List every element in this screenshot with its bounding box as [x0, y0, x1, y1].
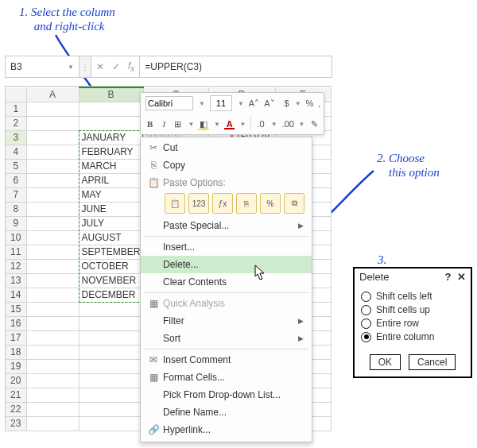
enter-formula-icon[interactable]: ✓ — [112, 61, 120, 72]
row-header[interactable]: 17 — [6, 330, 26, 345]
cell[interactable]: MARCH — [79, 159, 143, 173]
italic-icon[interactable]: I — [160, 119, 169, 129]
formula-input[interactable]: =UPPER(C3) — [140, 56, 332, 77]
cell[interactable] — [26, 359, 79, 373]
border-icon[interactable]: ⊞ — [173, 119, 183, 129]
paste-option-button[interactable]: 123 — [188, 193, 209, 214]
menu-insert-comment[interactable]: ✉ Insert Comment — [141, 351, 312, 369]
row-header[interactable]: 22 — [6, 402, 26, 416]
name-box[interactable]: B3 ▼ — [6, 56, 80, 77]
cell[interactable] — [79, 116, 143, 130]
decrease-decimal-icon[interactable]: .00 — [282, 119, 293, 129]
paste-option-button[interactable]: 📋 — [165, 193, 185, 214]
cell[interactable] — [26, 159, 79, 173]
radio-shift-cells-up[interactable]: Shift cells up — [361, 304, 464, 315]
percent-icon[interactable]: % — [306, 98, 314, 108]
cell[interactable] — [26, 230, 79, 245]
cell[interactable]: AUGUST — [79, 230, 143, 245]
cell[interactable] — [26, 288, 79, 302]
cell[interactable]: DECEMBER — [79, 288, 143, 302]
cell[interactable] — [79, 416, 143, 431]
column-header-b[interactable]: B — [79, 87, 143, 102]
cell[interactable] — [26, 388, 79, 402]
fill-color-icon[interactable]: ◧ — [199, 119, 208, 129]
row-header[interactable]: 10 — [6, 230, 26, 245]
row-header[interactable]: 8 — [6, 202, 26, 216]
menu-sort[interactable]: Sort ▶ — [141, 330, 312, 347]
cell[interactable] — [79, 359, 143, 373]
formula-bar-splitter[interactable]: ⋮ — [80, 56, 91, 77]
font-name-input[interactable] — [145, 96, 193, 110]
cell[interactable] — [26, 102, 79, 116]
row-header[interactable]: 21 — [6, 388, 26, 402]
cell[interactable] — [26, 130, 79, 145]
menu-paste-special[interactable]: Paste Special... ▶ — [141, 217, 312, 234]
cell[interactable]: APRIL — [79, 173, 143, 187]
menu-delete[interactable]: Delete... — [141, 256, 312, 273]
cell[interactable] — [26, 145, 79, 159]
cell[interactable] — [26, 116, 79, 130]
dialog-help-icon[interactable]: ? — [444, 271, 451, 283]
row-header[interactable]: 19 — [6, 359, 26, 373]
comma-icon[interactable]: , — [318, 98, 320, 108]
cell[interactable] — [26, 302, 79, 316]
menu-insert[interactable]: Insert... — [141, 238, 312, 256]
cell[interactable] — [26, 316, 79, 330]
row-header[interactable]: 1 — [6, 102, 26, 116]
cell[interactable]: NOVEMBER — [79, 273, 143, 288]
cell[interactable] — [79, 330, 143, 345]
bold-icon[interactable]: B — [145, 119, 155, 129]
cell[interactable] — [79, 102, 143, 116]
menu-filter[interactable]: Filter ▶ — [141, 312, 312, 330]
format-painter-icon[interactable]: ✎ — [310, 119, 320, 129]
font-color-icon[interactable]: A — [225, 119, 235, 129]
column-header-a[interactable]: A — [26, 87, 79, 102]
cell[interactable] — [79, 388, 143, 402]
cell[interactable] — [26, 173, 79, 187]
fx-icon[interactable]: fx — [128, 60, 134, 73]
cell[interactable] — [26, 259, 79, 273]
row-header[interactable]: 18 — [6, 345, 26, 359]
row-header[interactable]: 23 — [6, 416, 26, 431]
name-box-dropdown-icon[interactable]: ▼ — [68, 64, 74, 71]
cell[interactable] — [79, 402, 143, 416]
row-header[interactable]: 16 — [6, 316, 26, 330]
row-header[interactable]: 14 — [6, 288, 26, 302]
cancel-formula-icon[interactable]: ✕ — [96, 61, 104, 72]
menu-cut[interactable]: ✂ Cut — [141, 139, 312, 156]
cell[interactable] — [26, 216, 79, 230]
paste-option-button[interactable]: ⎘ — [236, 193, 257, 214]
cancel-button[interactable]: Cancel — [409, 354, 456, 370]
menu-clear-contents[interactable]: Clear Contents — [141, 273, 312, 291]
row-header[interactable]: 7 — [6, 187, 26, 202]
menu-pick-dropdown[interactable]: Pick From Drop-down List... — [141, 386, 312, 404]
row-header[interactable]: 13 — [6, 273, 26, 288]
font-name-dropdown-icon[interactable]: ▼ — [198, 100, 205, 107]
dialog-close-icon[interactable]: ✕ — [457, 271, 466, 283]
cell[interactable] — [26, 245, 79, 259]
row-header[interactable]: 15 — [6, 302, 26, 316]
menu-hyperlink[interactable]: 🔗 Hyperlink... — [141, 421, 312, 438]
paste-option-button[interactable]: % — [260, 193, 281, 214]
ok-button[interactable]: OK — [370, 354, 401, 370]
cell[interactable] — [26, 373, 79, 388]
row-header[interactable]: 6 — [6, 173, 26, 187]
cell[interactable] — [26, 273, 79, 288]
paste-option-button[interactable]: ⧉ — [284, 193, 304, 214]
cell[interactable] — [26, 402, 79, 416]
cell[interactable]: SEPTEMBER — [79, 245, 143, 259]
cell[interactable] — [26, 202, 79, 216]
row-header[interactable]: 20 — [6, 373, 26, 388]
cell[interactable]: FEBRUARY — [79, 145, 143, 159]
cell[interactable] — [26, 187, 79, 202]
radio-shift-cells-left[interactable]: Shift cells left — [361, 291, 464, 302]
cell[interactable] — [79, 345, 143, 359]
currency-icon[interactable]: $ — [285, 98, 289, 108]
cell[interactable]: OCTOBER — [79, 259, 143, 273]
row-header[interactable]: 11 — [6, 245, 26, 259]
select-all-corner[interactable] — [6, 87, 26, 102]
cell[interactable] — [79, 316, 143, 330]
cell[interactable]: JANUARY — [79, 130, 143, 145]
row-header[interactable]: 9 — [6, 216, 26, 230]
increase-font-icon[interactable]: A˄ — [249, 98, 259, 109]
